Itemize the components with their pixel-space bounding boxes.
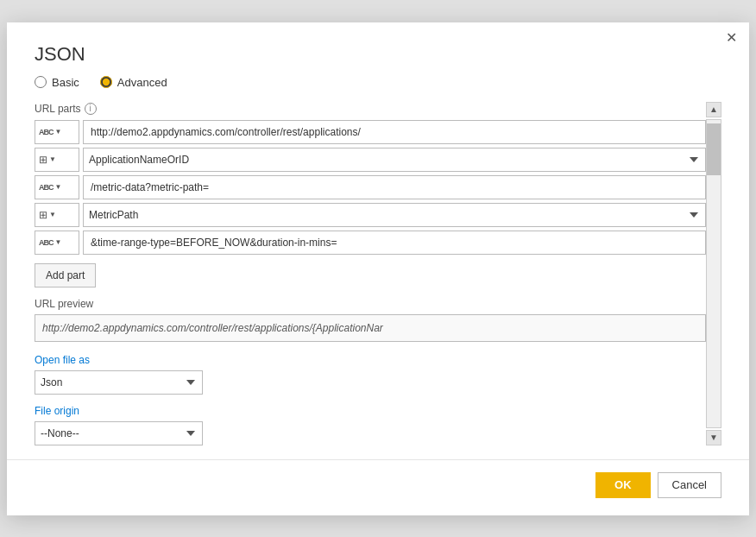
radio-advanced-input[interactable] xyxy=(100,76,112,88)
radio-basic-input[interactable] xyxy=(35,76,47,88)
scroll-up-button[interactable]: ▲ xyxy=(706,102,721,117)
scroll-track[interactable] xyxy=(706,119,721,428)
dialog-main: Basic Advanced URL parts i ABC ▼ xyxy=(35,76,706,445)
open-file-select[interactable]: Json CSV Text xyxy=(35,370,203,395)
open-file-label: Open file as xyxy=(35,354,706,366)
radio-advanced[interactable]: Advanced xyxy=(100,76,167,89)
type-icon-4: ABC xyxy=(39,238,54,247)
url-row-1: ⊞ ▼ ApplicationNameOrID xyxy=(35,148,706,172)
url-row-0: ABC ▼ xyxy=(35,120,706,144)
url-parts-label: URL parts i xyxy=(35,103,706,115)
type-arrow-0: ▼ xyxy=(55,128,62,136)
scroll-down-button[interactable]: ▼ xyxy=(706,430,721,445)
type-icon-3: ⊞ xyxy=(39,209,47,221)
url-row-2: ABC ▼ xyxy=(35,175,706,199)
dialog-body: Basic Advanced URL parts i ABC ▼ xyxy=(7,76,749,459)
type-selector-0[interactable]: ABC ▼ xyxy=(35,120,79,144)
add-part-button[interactable]: Add part xyxy=(35,263,96,287)
json-dialog: ✕ JSON Basic Advanced URL parts i xyxy=(7,22,749,515)
type-selector-2[interactable]: ABC ▼ xyxy=(35,175,79,199)
info-icon: i xyxy=(85,103,97,115)
file-origin-select[interactable]: --None-- xyxy=(35,421,203,445)
type-arrow-1: ▼ xyxy=(49,155,56,163)
file-origin-label: File origin xyxy=(35,405,706,417)
type-arrow-2: ▼ xyxy=(55,183,62,191)
dialog-title: JSON xyxy=(7,22,749,76)
url-preview-box: http://demo2.appdynamics.com/controller/… xyxy=(35,314,706,342)
url-input-2[interactable] xyxy=(83,175,706,199)
url-parts-label-text: URL parts xyxy=(35,103,81,115)
url-input-4[interactable] xyxy=(83,231,706,255)
url-preview-label: URL preview xyxy=(35,298,706,310)
type-icon-1: ⊞ xyxy=(39,154,47,166)
cancel-button[interactable]: Cancel xyxy=(658,472,721,498)
radio-basic-label: Basic xyxy=(52,76,79,89)
url-row-4: ABC ▼ xyxy=(35,231,706,255)
radio-group: Basic Advanced xyxy=(35,76,706,89)
dialog-footer: OK Cancel xyxy=(7,459,749,515)
url-row-3: ⊞ ▼ MetricPath xyxy=(35,203,706,227)
close-button[interactable]: ✕ xyxy=(726,31,737,45)
scrollbar-panel: ▲ ▼ xyxy=(706,102,721,445)
type-selector-4[interactable]: ABC ▼ xyxy=(35,231,79,255)
ok-button[interactable]: OK xyxy=(595,472,651,498)
radio-basic[interactable]: Basic xyxy=(35,76,79,89)
type-icon-0: ABC xyxy=(39,128,54,136)
type-selector-1[interactable]: ⊞ ▼ xyxy=(35,148,79,172)
radio-advanced-label: Advanced xyxy=(117,76,167,89)
type-arrow-4: ▼ xyxy=(55,238,62,246)
url-parts-container: ABC ▼ ⊞ ▼ ApplicationNameOrID xyxy=(35,120,706,255)
type-icon-2: ABC xyxy=(39,183,54,192)
url-input-0[interactable] xyxy=(83,120,706,144)
type-arrow-3: ▼ xyxy=(49,211,56,218)
scroll-thumb xyxy=(707,123,721,175)
param-select-1[interactable]: MetricPath xyxy=(83,203,706,227)
param-select-0[interactable]: ApplicationNameOrID xyxy=(83,148,706,172)
type-selector-3[interactable]: ⊞ ▼ xyxy=(35,203,79,227)
